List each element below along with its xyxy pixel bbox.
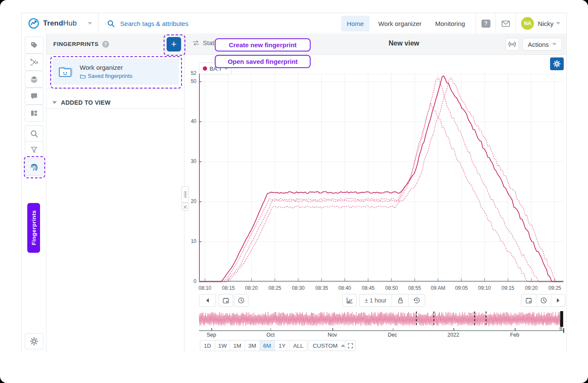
- timeline-month-tick: [211, 328, 212, 331]
- search-icon: [30, 129, 39, 138]
- lock-icon: [397, 297, 404, 304]
- trendhub-logo-icon: [28, 17, 40, 29]
- fingerprint-icon: [29, 163, 39, 172]
- help-button[interactable]: ?: [476, 13, 496, 34]
- live-mode-button[interactable]: [505, 38, 519, 51]
- chevron-down-icon: [552, 43, 556, 46]
- gear-icon: [29, 337, 39, 346]
- timeline-month-tick: [271, 328, 271, 331]
- x-tick-label: 08:50: [382, 285, 401, 291]
- user-name: Nicky: [538, 20, 553, 27]
- top-navbar: TrendHub Home Work organizer Monitoring …: [22, 13, 566, 34]
- operations-icon: [30, 58, 38, 66]
- calendar-icon: [222, 297, 230, 304]
- timeline-month-tick: [453, 328, 454, 331]
- y-tick-label: 0: [185, 278, 196, 284]
- compare-trends-button[interactable]: [342, 294, 357, 307]
- brand-name: TrendHub: [43, 19, 77, 28]
- chevron-left-icon: [206, 298, 209, 303]
- fingerprint-item-title: Work organizer: [80, 64, 133, 71]
- close-pane-button[interactable]: [181, 203, 189, 211]
- x-tick-label: 09:10: [475, 285, 494, 291]
- saved-fingerprints-link[interactable]: Saved fingerprints: [80, 73, 133, 79]
- set-start-date-button[interactable]: [219, 294, 233, 307]
- end-time-group: [521, 294, 565, 307]
- actions-button[interactable]: Actions: [522, 38, 562, 51]
- annotation-open-saved-fingerprint: Open saved fingerprint: [215, 55, 311, 68]
- set-start-time-button[interactable]: [234, 294, 248, 307]
- series-color-dot: [203, 66, 207, 71]
- layers-icon: [30, 75, 38, 83]
- x-tick-label: 09 AM: [429, 285, 447, 291]
- offset-amount-button[interactable]: ± 1 hour: [360, 294, 392, 306]
- pan-left-button[interactable]: [199, 294, 216, 307]
- search-input[interactable]: [119, 20, 300, 28]
- timeline-minimap[interactable]: [199, 311, 564, 328]
- history-button[interactable]: [408, 294, 425, 306]
- minimap-selection-handle[interactable]: [559, 327, 562, 330]
- range-all-button[interactable]: ALL: [289, 340, 307, 351]
- history-icon: [413, 297, 421, 304]
- brand[interactable]: TrendHub: [22, 17, 92, 29]
- set-end-time-button[interactable]: [536, 294, 551, 306]
- timeline-month-tick: [393, 328, 394, 331]
- messages-button[interactable]: [496, 13, 516, 34]
- y-tick-label: 50: [185, 78, 196, 84]
- brand-chevron-down-icon[interactable]: [88, 22, 92, 25]
- x-tick-label: 08:15: [219, 285, 238, 291]
- range-1m-button[interactable]: 1M: [230, 340, 245, 351]
- x-tick-label: 09:25: [545, 285, 564, 291]
- custom-range-button[interactable]: CUSTOM: [308, 340, 350, 351]
- rail-settings-button[interactable]: [25, 333, 43, 349]
- rail-filter-button[interactable]: [25, 141, 43, 158]
- divider: [46, 89, 184, 89]
- tab-work-organizer[interactable]: Work organizer: [373, 16, 427, 31]
- rail-calculations-button[interactable]: [25, 54, 43, 71]
- x-tick-label: 09:20: [522, 285, 541, 291]
- fingerprints-panel-header: FINGERPRINTS ?: [46, 34, 184, 55]
- rail-search-button[interactable]: [25, 125, 43, 142]
- rail-tags-button[interactable]: [25, 37, 43, 54]
- fingerprints-panel-tab[interactable]: Fingerprints: [27, 203, 40, 253]
- swap-arrows-icon: [192, 40, 200, 46]
- x-tick-label: 09:15: [499, 285, 517, 291]
- range-6m-button[interactable]: 6M: [259, 340, 274, 351]
- range-1y-button[interactable]: 1Y: [274, 340, 289, 351]
- work-organizer-card[interactable]: Work organizer Saved fingerprints: [52, 58, 179, 85]
- view-title: New view: [361, 40, 447, 47]
- x-tick-label: 08:25: [265, 285, 284, 291]
- time-offset-group: ± 1 hour: [359, 294, 425, 307]
- folder-smiley-icon: [58, 64, 75, 79]
- chart-settings-button[interactable]: [550, 57, 564, 70]
- pan-right-button[interactable]: [551, 294, 565, 306]
- panel-help-icon[interactable]: ?: [102, 41, 109, 48]
- user-chevron-down-icon: [556, 22, 560, 25]
- set-end-date-button[interactable]: [522, 294, 536, 306]
- user-menu[interactable]: NA Nicky: [516, 17, 560, 30]
- rail-fingerprints-button[interactable]: [25, 159, 43, 176]
- lock-offset-button[interactable]: [392, 294, 408, 306]
- filter-icon: [30, 146, 38, 154]
- month-label: 2022: [444, 332, 463, 338]
- trend-chart[interactable]: [199, 74, 564, 282]
- rail-views-button[interactable]: [25, 105, 43, 122]
- range-1d-button[interactable]: 1D: [200, 340, 215, 351]
- range-1w-button[interactable]: 1W: [215, 340, 230, 351]
- x-tick-label: 08:10: [196, 285, 214, 291]
- rail-comments-button[interactable]: [25, 88, 43, 105]
- section-title: ADDED TO VIEW: [61, 99, 110, 106]
- range-3m-button[interactable]: 3M: [245, 340, 259, 351]
- create-fingerprint-button[interactable]: +: [167, 37, 181, 51]
- tab-home[interactable]: Home: [341, 16, 369, 31]
- rail-layers-button[interactable]: [25, 71, 43, 88]
- global-search[interactable]: [98, 20, 300, 28]
- avatar: NA: [521, 17, 534, 30]
- pane-resize-handle[interactable]: [181, 186, 189, 203]
- fit-view-button[interactable]: [345, 340, 356, 351]
- added-to-view-section[interactable]: ADDED TO VIEW: [46, 96, 184, 109]
- calendar-icon: [525, 297, 533, 304]
- tab-monitoring[interactable]: Monitoring: [429, 16, 470, 31]
- y-tick-label: 52: [185, 70, 196, 76]
- x-tick-label: 08:30: [289, 285, 308, 291]
- month-label: Oct: [261, 332, 280, 338]
